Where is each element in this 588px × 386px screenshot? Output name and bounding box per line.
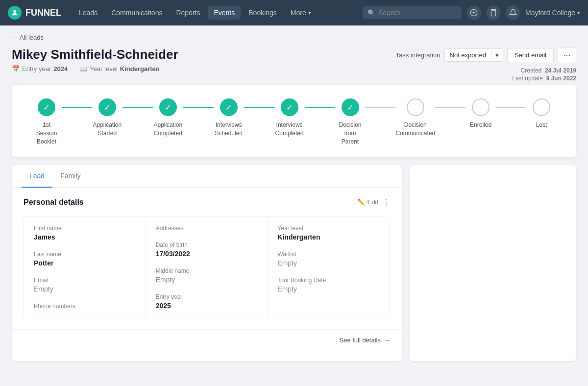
navbar: FUNNEL Leads Communications Reports Even… — [0, 0, 588, 25]
send-email-button[interactable]: Send email — [507, 48, 554, 62]
pipeline-step-2[interactable]: ✓Application Completed — [153, 98, 183, 138]
step-circle-3: ✓ — [220, 98, 238, 116]
pipeline-step-4[interactable]: ✓Interviews Completed — [274, 98, 305, 138]
email-field: Email Empty — [34, 277, 136, 293]
year-level-field: Year level Kindergarten — [277, 225, 380, 241]
step-label-6: Decision Communicated — [395, 121, 435, 138]
step-label-8: Lost — [536, 121, 547, 129]
not-exported-dropdown-button[interactable]: ▾ — [491, 48, 503, 62]
edit-icon: ✏️ — [357, 198, 365, 206]
search-icon: 🔍 — [368, 9, 375, 17]
svg-point-0 — [13, 10, 16, 13]
nav-items: Leads Communications Reports Events Book… — [73, 6, 359, 20]
step-circle-6 — [407, 98, 424, 116]
section-title-row: Personal details ✏️ Edit ⋮ — [24, 197, 390, 207]
pipeline-step-7[interactable]: Enrolled — [466, 98, 496, 129]
main-grid: Lead Family Personal details ✏️ Edit ⋮ — [12, 165, 576, 361]
details-col-3: Year level Kindergarten Waitlist Empty T… — [268, 217, 390, 319]
page-content: ← All leads Mikey Smithfield-Schneider 📅… — [0, 25, 588, 369]
step-label-4: Interviews Completed — [274, 121, 305, 138]
waitlist-field: Waitlist Empty — [277, 251, 380, 267]
search-bar[interactable]: 🔍 — [363, 6, 462, 19]
step-label-3: Interviews Scheduled — [214, 121, 244, 138]
nav-events[interactable]: Events — [208, 6, 241, 20]
step-circle-7 — [472, 98, 490, 116]
step-label-5: Decision from Parent — [335, 121, 366, 145]
addresses-field: Addresses — [156, 225, 258, 232]
book-icon: 📖 — [79, 65, 87, 72]
dob-field: Date of birth 17/03/2022 — [156, 241, 258, 258]
search-input[interactable] — [378, 9, 457, 17]
header-actions: Tass integration Not exported ▾ Send ema… — [395, 47, 576, 63]
step-label-0: 1st Session Booklet — [31, 121, 62, 145]
not-exported-button[interactable]: Not exported — [444, 48, 491, 62]
page-header: Mikey Smithfield-Schneider 📅 Entry year … — [12, 47, 576, 83]
arrow-right-icon: → — [384, 337, 390, 344]
connector-7 — [496, 107, 526, 108]
clipboard-icon-btn[interactable] — [486, 5, 501, 20]
nav-right: 🔍 Mayford College — [363, 5, 580, 20]
more-chevron-icon — [308, 10, 311, 16]
step-circle-1: ✓ — [98, 98, 116, 116]
pipeline-card: ✓1st Session Booklet✓Application Started… — [12, 85, 576, 157]
step-circle-0: ✓ — [38, 98, 55, 116]
connector-3 — [244, 107, 274, 108]
pipeline-step-8[interactable]: Lost — [526, 98, 557, 129]
connector-0 — [62, 107, 92, 108]
details-col-2: Addresses Date of birth 17/03/2022 Middl… — [146, 217, 268, 319]
right-panel — [410, 165, 576, 361]
more-options-button[interactable]: ⋯ — [558, 47, 576, 63]
lead-card: Lead Family Personal details ✏️ Edit ⋮ — [12, 165, 402, 361]
first-name-field: First name James — [34, 225, 136, 241]
user-menu[interactable]: Mayford College — [525, 9, 580, 17]
tab-lead[interactable]: Lead — [22, 165, 52, 188]
nav-bookings[interactable]: Bookings — [243, 6, 283, 20]
add-icon-btn[interactable] — [466, 5, 481, 20]
step-label-2: Application Completed — [153, 121, 183, 138]
nav-reports[interactable]: Reports — [170, 6, 206, 20]
nav-more[interactable]: More — [285, 6, 317, 20]
notifications-icon-btn[interactable] — [506, 5, 520, 20]
connector-2 — [183, 107, 214, 108]
entry-year-field: Entry year 2025 — [156, 293, 258, 310]
step-circle-2: ✓ — [159, 98, 177, 116]
entry-year-meta: 📅 Entry year 2024 — [12, 65, 68, 72]
details-more-button[interactable]: ⋮ — [382, 197, 390, 207]
breadcrumb[interactable]: ← All leads — [12, 34, 44, 41]
pipeline-step-0[interactable]: ✓1st Session Booklet — [31, 98, 62, 145]
created-info: Created 24 Jul 2019 Last update 9 Jun 20… — [512, 67, 576, 83]
step-label-1: Application Started — [92, 121, 122, 138]
middle-name-field: Middle name Empty — [156, 267, 258, 284]
card-body: Personal details ✏️ Edit ⋮ First name — [12, 188, 402, 329]
app-logo[interactable]: FUNNEL — [8, 6, 61, 20]
connector-1 — [122, 107, 153, 108]
edit-controls: ✏️ Edit ⋮ — [357, 197, 390, 207]
phone-field: Phone numbers — [34, 303, 136, 310]
details-grid: First name James Last name Potter Email … — [24, 217, 390, 319]
see-full-details[interactable]: See full details → — [12, 329, 402, 351]
pipeline-steps: ✓1st Session Booklet✓Application Started… — [31, 98, 557, 145]
nav-communications[interactable]: Communications — [105, 6, 168, 20]
meta-row: 📅 Entry year 2024 📖 Year level Kindergar… — [12, 65, 178, 72]
pipeline-step-5[interactable]: ✓Decision from Parent — [335, 98, 366, 145]
step-label-7: Enrolled — [470, 121, 491, 129]
connector-4 — [305, 107, 335, 108]
header-right: Tass integration Not exported ▾ Send ema… — [395, 47, 576, 83]
tass-label: Tass integration — [395, 51, 440, 59]
details-col-1: First name James Last name Potter Email … — [24, 217, 146, 319]
edit-button[interactable]: ✏️ Edit — [357, 198, 378, 206]
pipeline-step-1[interactable]: ✓Application Started — [92, 98, 122, 138]
page-title: Mikey Smithfield-Schneider — [12, 47, 178, 62]
connector-5 — [365, 107, 395, 108]
step-circle-5: ✓ — [342, 98, 359, 116]
title-section: Mikey Smithfield-Schneider 📅 Entry year … — [12, 47, 178, 72]
nav-leads[interactable]: Leads — [73, 6, 103, 20]
pipeline-step-3[interactable]: ✓Interviews Scheduled — [214, 98, 244, 138]
tab-family[interactable]: Family — [52, 165, 88, 188]
tour-booking-field: Tour Booking Date Empty — [277, 277, 380, 293]
step-circle-8 — [533, 98, 550, 116]
year-level-meta: 📖 Year level Kindergarten — [79, 65, 160, 72]
dropdown-chevron-icon: ▾ — [495, 51, 499, 59]
step-circle-4: ✓ — [281, 98, 298, 116]
pipeline-step-6[interactable]: Decision Communicated — [395, 98, 435, 138]
